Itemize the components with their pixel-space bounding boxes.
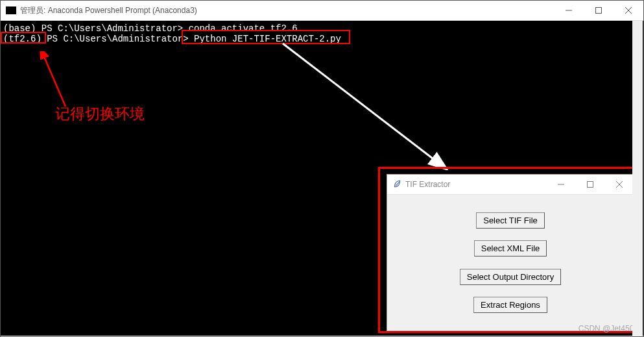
svg-rect-7: [587, 182, 593, 188]
select-output-button[interactable]: Select Output Directory: [460, 269, 561, 285]
tk-minimize-button[interactable]: [546, 175, 575, 194]
tk-body: Select TIF File Select XML File Select O…: [387, 195, 634, 331]
annotation-text: 记得切换环境: [55, 104, 145, 124]
main-titlebar[interactable]: 管理员: Anaconda Powershell Prompt (Anacond…: [1, 1, 643, 21]
highlight-env-prefix: [1, 32, 46, 44]
tif-extractor-window: TIF Extractor Select TIF File Select XML…: [387, 174, 634, 331]
close-button[interactable]: [614, 1, 643, 20]
arrow-to-env: [40, 51, 72, 110]
extract-regions-button[interactable]: Extract Regions: [473, 297, 547, 313]
minimize-button[interactable]: [554, 1, 584, 20]
tk-window-title: TIF Extractor: [405, 180, 546, 189]
highlight-tk-window: TIF Extractor Select TIF File Select XML…: [378, 167, 638, 333]
console-scrollbar[interactable]: [632, 21, 643, 336]
maximize-button[interactable]: [584, 1, 614, 20]
tk-titlebar[interactable]: TIF Extractor: [387, 175, 634, 195]
tk-feather-icon: [392, 179, 401, 190]
arrow-to-window: [280, 40, 448, 170]
svg-rect-1: [596, 8, 602, 14]
console-icon: [6, 6, 16, 14]
tk-maximize-button[interactable]: [575, 175, 604, 194]
window-title: 管理员: Anaconda Powershell Prompt (Anacond…: [20, 5, 554, 16]
select-tif-button[interactable]: Select TIF File: [476, 212, 545, 229]
watermark: CSDN @Jet4505: [578, 324, 638, 333]
console-area[interactable]: (base) PS C:\Users\Administrator> conda …: [1, 21, 643, 336]
powershell-window: 管理员: Anaconda Powershell Prompt (Anacond…: [0, 0, 644, 337]
tk-close-button[interactable]: [604, 175, 634, 194]
svg-line-5: [283, 44, 435, 160]
select-xml-button[interactable]: Select XML File: [474, 240, 547, 256]
svg-line-4: [43, 55, 66, 106]
